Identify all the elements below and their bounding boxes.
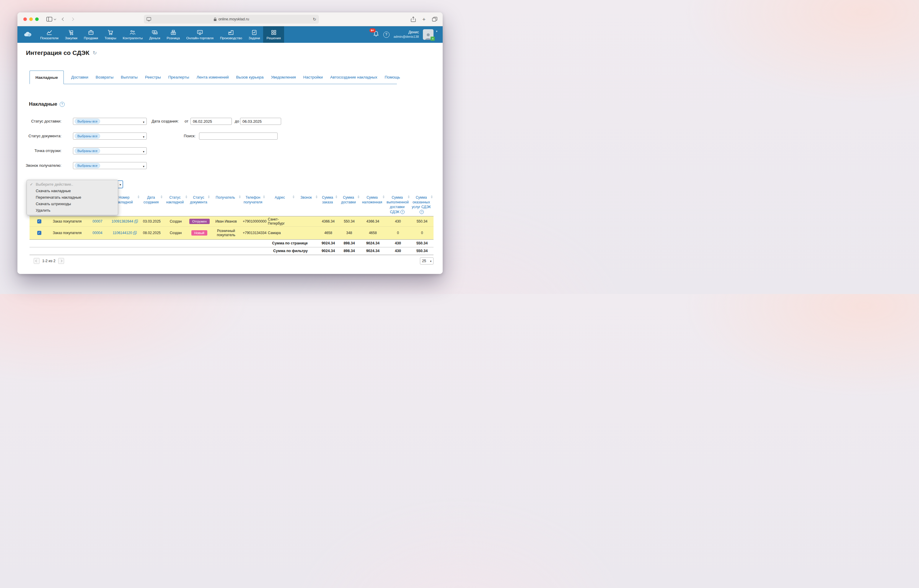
tab-vyplaty[interactable]: Выплаты bbox=[121, 75, 138, 79]
header-invoice-status[interactable]: Статус накладной bbox=[163, 192, 188, 216]
help-icon[interactable] bbox=[420, 210, 424, 214]
menu-item-placeholder[interactable]: Выберите действие.. bbox=[27, 181, 118, 188]
sort-icon[interactable] bbox=[408, 195, 410, 199]
header-call[interactable]: Звонок bbox=[295, 192, 318, 216]
doc-number-link[interactable]: 00004 bbox=[92, 231, 102, 235]
window-minimize-button[interactable] bbox=[29, 18, 33, 21]
header-address[interactable]: Адрес bbox=[266, 192, 295, 216]
back-button[interactable] bbox=[62, 18, 65, 20]
sort-icon[interactable] bbox=[382, 195, 385, 199]
reload-icon[interactable] bbox=[313, 17, 316, 21]
address-bar[interactable]: online.moysklad.ru bbox=[144, 15, 319, 24]
sort-icon[interactable] bbox=[239, 195, 241, 199]
page-size-select[interactable]: 25 bbox=[420, 257, 434, 265]
tab-nastroyki[interactable]: Настройки bbox=[303, 75, 323, 79]
help-icon[interactable] bbox=[400, 210, 404, 214]
tab-nakladnye[interactable]: Накладные bbox=[29, 71, 64, 84]
recipient-call-select[interactable]: Выбраны все bbox=[73, 162, 147, 169]
tab-lenta-izmeneniy[interactable]: Лента изменений bbox=[196, 75, 228, 79]
header-cod-sum[interactable]: Сумма наложенная bbox=[360, 192, 385, 216]
menu-item-delete[interactable]: Удалить bbox=[27, 207, 118, 214]
document-status-select[interactable]: Выбраны все bbox=[73, 132, 147, 140]
tab-uvedomleniya[interactable]: Уведомления bbox=[271, 75, 296, 79]
header-document-status[interactable]: Статус документа bbox=[188, 192, 210, 216]
header-recipient[interactable]: Получатель bbox=[210, 192, 241, 216]
user-caret-icon[interactable] bbox=[436, 28, 437, 33]
doc-number-link[interactable]: 00007 bbox=[92, 219, 102, 223]
notifications-button[interactable]: 9+ bbox=[373, 31, 379, 39]
forward-button[interactable] bbox=[71, 18, 74, 20]
sidebar-toggle-icon[interactable] bbox=[46, 17, 52, 21]
sort-icon[interactable] bbox=[357, 195, 360, 199]
next-page-button[interactable] bbox=[58, 258, 64, 264]
copy-icon[interactable] bbox=[133, 231, 137, 235]
sidebar-chevron-icon[interactable] bbox=[54, 18, 56, 20]
tab-reestry[interactable]: Реестры bbox=[145, 75, 161, 79]
menu-item-download-barcodes[interactable]: Скачать штрихкоды bbox=[27, 201, 118, 207]
sort-icon[interactable] bbox=[208, 195, 210, 199]
call-cell bbox=[295, 226, 318, 239]
header-cdek-services-sum[interactable]: Сумма оказанных услуг СДЭК bbox=[411, 192, 434, 216]
nav-item-onlain-torgovlya[interactable]: Онлайн-торговля bbox=[183, 26, 217, 43]
sort-icon[interactable] bbox=[430, 195, 433, 199]
nav-item-pokazateli[interactable]: Показатели bbox=[37, 26, 62, 43]
share-icon[interactable] bbox=[411, 16, 416, 22]
refresh-icon[interactable] bbox=[93, 50, 97, 56]
header-cdek-delivery-sum[interactable]: Сумма выполненной доставки СДЭК bbox=[385, 192, 411, 216]
date-to-input[interactable] bbox=[240, 118, 281, 125]
nav-item-resheniya[interactable]: Решения bbox=[263, 26, 284, 43]
tab-overview-icon[interactable] bbox=[432, 17, 437, 21]
header-delivery-sum[interactable]: Сумма доставки bbox=[338, 192, 360, 216]
summary-label: Сумма по странице bbox=[272, 241, 308, 245]
nav-item-label: Деньги bbox=[149, 36, 160, 40]
invoice-number-link[interactable]: 1106144120 bbox=[113, 231, 132, 235]
moysklad-logo-icon[interactable] bbox=[23, 26, 32, 43]
avatar[interactable] bbox=[423, 29, 434, 40]
page-title: Интеграция со СДЭК bbox=[26, 49, 89, 57]
nav-item-zakupki[interactable]: Закупки bbox=[62, 26, 81, 43]
nav-item-dengi[interactable]: Деньги bbox=[146, 26, 163, 43]
sort-icon[interactable] bbox=[316, 195, 318, 199]
row-checkbox[interactable] bbox=[37, 219, 41, 223]
menu-item-download-invoices[interactable]: Скачать накладные bbox=[27, 188, 118, 194]
header-recipient-phone[interactable]: Телефон получателя bbox=[241, 192, 266, 216]
menu-item-reprint-invoices[interactable]: Перепечатать накладные bbox=[27, 194, 118, 201]
invoice-number-link[interactable]: 10091382644 bbox=[112, 219, 133, 223]
tab-avtosozdanie[interactable]: Автосоздание накладных bbox=[330, 75, 377, 79]
nav-item-tovary[interactable]: Товары bbox=[101, 26, 120, 43]
sort-icon[interactable] bbox=[185, 195, 188, 199]
row-checkbox[interactable] bbox=[37, 231, 41, 235]
page-size-value: 25 bbox=[422, 259, 426, 263]
sort-icon[interactable] bbox=[138, 195, 140, 199]
tab-vozvraty[interactable]: Возвраты bbox=[95, 75, 113, 79]
tab-pomosch[interactable]: Помощь bbox=[385, 75, 400, 79]
nav-help-button[interactable] bbox=[383, 32, 390, 38]
delivery-status-select[interactable]: Выбраны все bbox=[73, 118, 147, 125]
nav-item-prodazhi[interactable]: Продажи bbox=[81, 26, 101, 43]
shipment-point-select[interactable]: Выбраны все bbox=[73, 147, 147, 154]
window-zoom-button[interactable] bbox=[35, 18, 39, 21]
date-from-input[interactable] bbox=[191, 118, 232, 125]
tab-dostavki[interactable]: Доставки bbox=[71, 75, 88, 79]
prev-page-button[interactable] bbox=[34, 258, 40, 264]
header-order-sum[interactable]: Сумма заказа bbox=[318, 192, 338, 216]
nav-item-zadachi[interactable]: Задачи bbox=[245, 26, 264, 43]
user-menu[interactable]: Денис admin@denis138 bbox=[394, 30, 419, 39]
nav-item-kontragenty[interactable]: Контрагенты bbox=[119, 26, 146, 43]
tab-vyzov-kuryera[interactable]: Вызов курьера bbox=[236, 75, 264, 79]
page-preview-icon[interactable] bbox=[146, 17, 151, 22]
sort-icon[interactable] bbox=[263, 195, 265, 199]
header-creation-date[interactable]: Дата создания bbox=[140, 192, 163, 216]
sort-icon[interactable] bbox=[335, 195, 338, 199]
tab-prealerty[interactable]: Преалерты bbox=[168, 75, 189, 79]
sort-icon[interactable] bbox=[160, 195, 163, 199]
search-input[interactable] bbox=[199, 132, 278, 140]
nav-item-proizvodstvo[interactable]: Производство bbox=[217, 26, 245, 43]
window-close-button[interactable] bbox=[23, 18, 27, 21]
sort-icon[interactable] bbox=[292, 195, 295, 199]
section-help-icon[interactable] bbox=[60, 102, 65, 107]
copy-icon[interactable] bbox=[134, 220, 138, 223]
new-tab-icon[interactable] bbox=[422, 16, 426, 22]
nav-item-roznitsa[interactable]: Розница bbox=[163, 26, 183, 43]
date-to-label: до bbox=[235, 118, 239, 125]
